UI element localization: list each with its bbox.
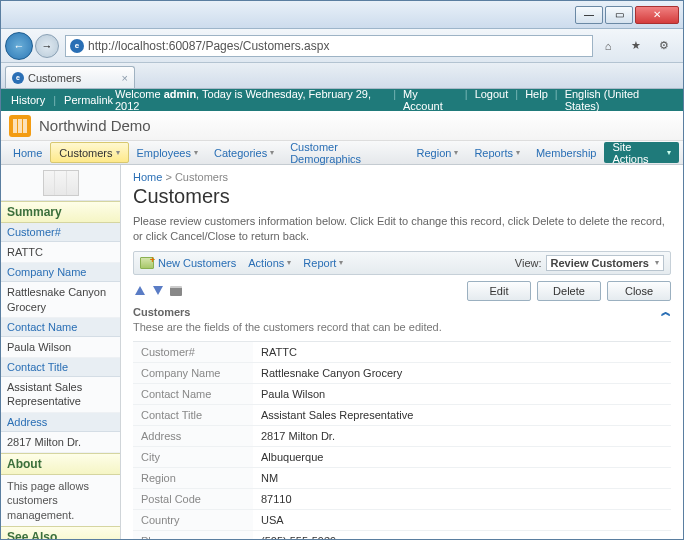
window-titlebar: — ▭ ✕	[1, 1, 683, 29]
form-row: Address2817 Milton Dr.	[133, 426, 671, 447]
form-row: CityAlbuquerque	[133, 447, 671, 468]
breadcrumb-current: Customers	[175, 171, 228, 183]
form-value: Albuquerque	[253, 447, 671, 467]
section-subtitle: These are the fields of the customers re…	[133, 321, 671, 333]
url-input[interactable]	[88, 39, 588, 53]
form-value: 87110	[253, 489, 671, 509]
page-description: Please review customers information belo…	[133, 214, 671, 245]
menu-membership[interactable]: Membership	[528, 141, 605, 164]
browser-tabstrip: e Customers ×	[1, 63, 683, 89]
edit-button[interactable]: Edit	[467, 281, 531, 301]
home-icon[interactable]: ⌂	[599, 37, 617, 55]
section-title: Customers	[133, 306, 190, 318]
my-account-link[interactable]: My Account	[403, 89, 458, 112]
form-label: Address	[133, 426, 253, 446]
form-label: City	[133, 447, 253, 467]
sidebar-custno-label: Customer#	[1, 223, 120, 242]
form-value: Rattlesnake Canyon Grocery	[253, 363, 671, 383]
permalink-link[interactable]: Permalink	[64, 94, 113, 106]
actions-menu[interactable]: Actions▾	[248, 257, 291, 269]
window-close-button[interactable]: ✕	[635, 6, 679, 24]
form-label: Phone	[133, 531, 253, 539]
move-down-icon[interactable]	[151, 284, 165, 298]
menu-customer-demographics[interactable]: Customer Demographics	[282, 141, 408, 164]
page-title: Customers	[133, 185, 671, 208]
browser-forward-button[interactable]: →	[35, 34, 59, 58]
sidebar-contact-label: Contact Name	[1, 318, 120, 337]
form-label: Customer#	[133, 342, 253, 362]
tab-title: Customers	[28, 72, 81, 84]
welcome-text: Welcome admin, Today is Wednesday, Febru…	[115, 89, 388, 112]
form-value: 2817 Milton Dr.	[253, 426, 671, 446]
window-minimize-button[interactable]: —	[575, 6, 603, 24]
collapse-icon[interactable]: ︽	[661, 305, 671, 319]
record-form: Customer#RATTCCompany NameRattlesnake Ca…	[133, 341, 671, 539]
sidebar-about-text: This page allows customers management.	[1, 475, 120, 526]
delete-button[interactable]: Delete	[537, 281, 601, 301]
chevron-down-icon: ▾	[287, 258, 291, 267]
tab-favicon: e	[12, 72, 24, 84]
move-up-icon[interactable]	[133, 284, 147, 298]
ie-icon: e	[70, 39, 84, 53]
sidebar-summary-header: Summary	[1, 201, 120, 223]
breadcrumb-home[interactable]: Home	[133, 171, 162, 183]
help-link[interactable]: Help	[525, 89, 548, 112]
form-value: Assistant Sales Representative	[253, 405, 671, 425]
menu-categories[interactable]: Categories▾	[206, 141, 282, 164]
menu-employees[interactable]: Employees▾	[129, 141, 206, 164]
brand-bar: Northwind Demo	[1, 111, 683, 141]
browser-tab[interactable]: e Customers ×	[5, 66, 135, 88]
menu-site-actions[interactable]: Site Actions▾	[604, 142, 679, 163]
browser-back-button[interactable]: ←	[5, 32, 33, 60]
history-link[interactable]: History	[11, 94, 45, 106]
form-row: Phone(505) 555-5939	[133, 531, 671, 539]
brand-title: Northwind Demo	[39, 117, 151, 134]
address-bar[interactable]: e	[65, 35, 593, 57]
form-row: Contact NamePaula Wilson	[133, 384, 671, 405]
browser-navbar: ← → e ⌂ ★ ⚙	[1, 29, 683, 63]
form-row: Postal Code87110	[133, 489, 671, 510]
breadcrumb: Home > Customers	[133, 171, 671, 183]
sidebar: Summary Customer# RATTC Company Name Rat…	[1, 165, 121, 539]
record-toolbar: New Customers Actions▾ Report▾ View: Rev…	[133, 251, 671, 275]
form-row: CountryUSA	[133, 510, 671, 531]
form-label: Contact Name	[133, 384, 253, 404]
menu-customers[interactable]: Customers▾	[50, 142, 128, 163]
chevron-down-icon: ▾	[339, 258, 343, 267]
tools-icon[interactable]: ⚙	[655, 37, 673, 55]
view-label: View:	[515, 257, 542, 269]
menu-region[interactable]: Region▾	[409, 141, 467, 164]
form-label: Contact Title	[133, 405, 253, 425]
form-label: Company Name	[133, 363, 253, 383]
form-value: RATTC	[253, 342, 671, 362]
new-icon	[140, 257, 154, 269]
tab-close-icon[interactable]: ×	[122, 72, 128, 84]
language-link[interactable]: English (United States)	[565, 89, 673, 112]
report-menu[interactable]: Report▾	[303, 257, 343, 269]
sidebar-contact-value: Paula Wilson	[1, 337, 120, 358]
sidebar-company-label: Company Name	[1, 263, 120, 282]
favorites-icon[interactable]: ★	[627, 37, 645, 55]
new-customers-button[interactable]: New Customers	[140, 257, 236, 269]
window-maximize-button[interactable]: ▭	[605, 6, 633, 24]
form-row: Contact TitleAssistant Sales Representat…	[133, 405, 671, 426]
chevron-down-icon: ▾	[116, 148, 120, 157]
chevron-down-icon: ▾	[270, 148, 274, 157]
print-icon[interactable]	[169, 284, 183, 298]
menu-reports[interactable]: Reports▾	[466, 141, 528, 164]
app-topbar: History | Permalink Welcome admin, Today…	[1, 89, 683, 111]
close-button[interactable]: Close	[607, 281, 671, 301]
view-selector[interactable]: Review Customers ▾	[546, 255, 664, 271]
menu-home[interactable]: Home	[5, 141, 50, 164]
logout-link[interactable]: Logout	[475, 89, 509, 112]
form-row: Customer#RATTC	[133, 342, 671, 363]
sidebar-title-value: Assistant Sales Representative	[1, 377, 120, 413]
main-panel: Home > Customers Customers Please review…	[121, 165, 683, 539]
chevron-down-icon: ▾	[454, 148, 458, 157]
sidebar-custno-value: RATTC	[1, 242, 120, 263]
form-row: Company NameRattlesnake Canyon Grocery	[133, 363, 671, 384]
chevron-down-icon: ▾	[516, 148, 520, 157]
form-label: Region	[133, 468, 253, 488]
sidebar-address-value: 2817 Milton Dr.	[1, 432, 120, 453]
main-menu: Home Customers▾ Employees▾ Categories▾ C…	[1, 141, 683, 165]
